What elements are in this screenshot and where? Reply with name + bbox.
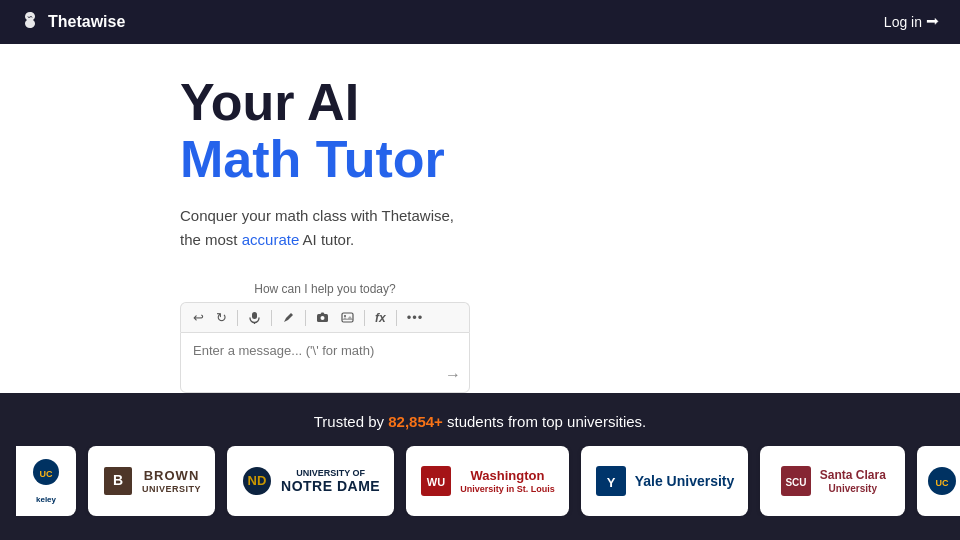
hero-subtitle: Conquer your math class with Thetawise, … bbox=[180, 204, 454, 252]
student-count: 82,854+ bbox=[388, 413, 443, 430]
login-arrow-icon: ⮕ bbox=[926, 14, 940, 30]
header: Thetawise Log in ⮕ bbox=[0, 0, 960, 44]
toolbar-draw-button[interactable] bbox=[278, 309, 299, 326]
svg-text:ND: ND bbox=[248, 473, 267, 488]
chat-widget: How can I help you today? ↩ ↻ bbox=[180, 282, 470, 393]
hero-chat-row: Your AI Math Tutor Conquer your math cla… bbox=[160, 74, 800, 393]
svg-text:UC: UC bbox=[936, 478, 949, 488]
toolbar-divider-3 bbox=[305, 310, 306, 326]
svg-point-5 bbox=[344, 315, 346, 317]
login-label: Log in bbox=[884, 14, 922, 30]
content-area: Your AI Math Tutor Conquer your math cla… bbox=[0, 44, 960, 393]
berkeley-right-crest-icon: UC bbox=[927, 466, 957, 496]
brown-crest-icon: B bbox=[102, 465, 134, 497]
university-card-scu: SCU Santa Clara University bbox=[760, 446, 905, 516]
toolbar-mic-button[interactable] bbox=[244, 309, 265, 326]
toolbar-camera-button[interactable] bbox=[312, 309, 333, 326]
hero-title-line1: Your AI bbox=[180, 74, 359, 131]
toolbar-undo-button[interactable]: ↩ bbox=[189, 308, 208, 327]
svg-text:B: B bbox=[113, 472, 123, 488]
logo-area: Thetawise bbox=[20, 10, 125, 35]
accurate-link[interactable]: accurate bbox=[242, 231, 300, 248]
chat-label: How can I help you today? bbox=[180, 282, 470, 296]
university-card-washu: WU Washington University in St. Louis bbox=[406, 446, 569, 516]
toolbar-image-button[interactable] bbox=[337, 309, 358, 326]
university-card-yale: Y Yale University bbox=[581, 446, 749, 516]
svg-text:UC: UC bbox=[40, 469, 53, 479]
washu-logo-text: Washington University in St. Louis bbox=[460, 468, 555, 494]
nd-crest-icon: ND bbox=[241, 465, 273, 497]
svg-point-3 bbox=[321, 316, 325, 320]
washu-crest-icon: WU bbox=[420, 465, 452, 497]
university-card-brown: B BROWN UNIVERSITY bbox=[88, 446, 215, 516]
university-card-berkeley-partial: UC keley bbox=[16, 446, 76, 516]
hero-section: Your AI Math Tutor Conquer your math cla… bbox=[160, 74, 780, 393]
toolbar-divider-1 bbox=[237, 310, 238, 326]
yale-logo-text: Yale University bbox=[635, 473, 735, 490]
logo-text: Thetawise bbox=[48, 13, 125, 31]
berkeley-partial-icon: UC bbox=[32, 458, 60, 492]
chat-input-area[interactable]: → bbox=[180, 332, 470, 393]
yale-crest-icon: Y bbox=[595, 465, 627, 497]
toolbar-fx-button[interactable]: fx bbox=[371, 309, 390, 327]
scu-crest-icon: SCU bbox=[780, 465, 812, 497]
university-card-notre-dame: ND UNIVERSITY OF NOTRE DAME bbox=[227, 446, 394, 516]
toolbar-divider-5 bbox=[396, 310, 397, 326]
svg-text:WU: WU bbox=[427, 476, 445, 488]
toolbar-divider-4 bbox=[364, 310, 365, 326]
nd-logo-text: UNIVERSITY OF NOTRE DAME bbox=[281, 468, 380, 496]
svg-text:Y: Y bbox=[606, 475, 615, 490]
toolbar-redo-button[interactable]: ↻ bbox=[212, 308, 231, 327]
send-button[interactable]: → bbox=[445, 366, 461, 384]
berkeley-partial-logo: UC keley bbox=[32, 458, 60, 504]
chat-toolbar: ↩ ↻ bbox=[180, 302, 470, 332]
login-button[interactable]: Log in ⮕ bbox=[884, 14, 940, 30]
toolbar-divider-2 bbox=[271, 310, 272, 326]
logo-icon bbox=[20, 10, 40, 35]
hero-title-line2: Math Tutor bbox=[180, 131, 445, 188]
chat-input[interactable] bbox=[193, 343, 457, 378]
page-wrapper: Thetawise Log in ⮕ Your AI Math Tutor Co… bbox=[0, 0, 960, 540]
svg-text:SCU: SCU bbox=[785, 477, 806, 488]
universities-strip: UC keley B BROWN UNIVERSITY bbox=[0, 446, 960, 516]
bottom-section: Trusted by 82,854+ students from top uni… bbox=[0, 393, 960, 540]
brown-logo-text: BROWN UNIVERSITY bbox=[142, 468, 201, 494]
svg-rect-4 bbox=[342, 313, 353, 322]
svg-rect-0 bbox=[252, 312, 257, 319]
scu-logo-text: Santa Clara University bbox=[820, 468, 886, 494]
trust-text: Trusted by 82,854+ students from top uni… bbox=[0, 413, 960, 430]
university-card-berkeley-right: UC Berkeley UNIVERSITY OF CALIFORNIA bbox=[917, 446, 960, 516]
toolbar-more-button[interactable]: ••• bbox=[403, 308, 428, 327]
